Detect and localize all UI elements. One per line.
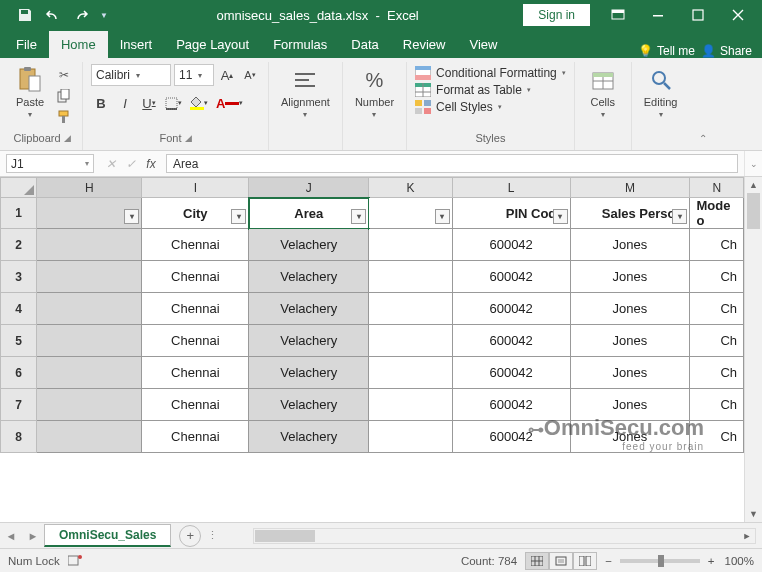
fill-color-icon[interactable]: ▾ xyxy=(188,93,210,113)
view-normal-icon[interactable] xyxy=(525,552,549,570)
cell[interactable]: ▾ xyxy=(37,198,142,229)
cell[interactable]: Mode o xyxy=(690,198,744,229)
tab-home[interactable]: Home xyxy=(49,31,108,58)
shrink-font-icon[interactable]: A▾ xyxy=(240,65,260,85)
tab-view[interactable]: View xyxy=(457,31,509,58)
cell-styles-button[interactable]: Cell Styles▾ xyxy=(415,100,502,114)
formula-expand-icon[interactable]: ⌄ xyxy=(744,151,762,176)
cell[interactable]: Chennai xyxy=(142,389,249,421)
launcher-icon[interactable]: ◢ xyxy=(185,133,192,143)
cell[interactable]: Chennai xyxy=(142,261,249,293)
prev-sheet-icon[interactable]: ◄ xyxy=(0,530,22,542)
cell[interactable]: Chennai xyxy=(142,421,249,453)
tab-formulas[interactable]: Formulas xyxy=(261,31,339,58)
cell[interactable]: Jones xyxy=(570,293,690,325)
cell[interactable]: Jones xyxy=(570,325,690,357)
row-header[interactable]: 2 xyxy=(1,229,37,261)
cell[interactable]: Jones xyxy=(570,261,690,293)
view-page-layout-icon[interactable] xyxy=(549,552,573,570)
copy-icon[interactable] xyxy=(54,87,74,105)
cell[interactable]: Ch xyxy=(690,261,744,293)
cell[interactable] xyxy=(37,293,142,325)
col-header[interactable]: H xyxy=(37,178,142,198)
row-header[interactable]: 3 xyxy=(1,261,37,293)
col-header[interactable]: J xyxy=(249,178,369,198)
cell[interactable]: Velachery xyxy=(249,229,369,261)
cell[interactable]: Velachery xyxy=(249,357,369,389)
cell[interactable]: 600042 xyxy=(452,389,570,421)
cell[interactable]: ▾ xyxy=(369,198,453,229)
underline-button[interactable]: U▾ xyxy=(139,93,159,113)
cell[interactable]: 600042 xyxy=(452,293,570,325)
collapse-ribbon-icon[interactable]: ⌃ xyxy=(693,129,713,150)
zoom-control[interactable]: − + 100% xyxy=(605,555,754,567)
tab-file[interactable]: File xyxy=(4,31,49,58)
filter-icon[interactable]: ▾ xyxy=(672,209,687,224)
cell[interactable]: Sales Person▾ xyxy=(570,198,690,229)
cell[interactable] xyxy=(37,229,142,261)
row-header[interactable]: 6 xyxy=(1,357,37,389)
filter-icon[interactable]: ▾ xyxy=(435,209,450,224)
row-header[interactable]: 4 xyxy=(1,293,37,325)
select-all-corner[interactable] xyxy=(1,178,37,198)
cell[interactable]: Jones xyxy=(570,421,690,453)
border-icon[interactable]: ▾ xyxy=(163,93,184,113)
launcher-icon[interactable]: ◢ xyxy=(64,133,71,143)
zoom-out-icon[interactable]: − xyxy=(605,555,612,567)
cell[interactable] xyxy=(37,261,142,293)
cell[interactable]: 600042 xyxy=(452,325,570,357)
cell[interactable]: PIN Code▾ xyxy=(452,198,570,229)
qat-dropdown-icon[interactable]: ▼ xyxy=(96,11,112,20)
macro-record-icon[interactable] xyxy=(68,554,82,568)
sheet-tab[interactable]: OmniSecu_Sales xyxy=(44,524,171,547)
scroll-down-icon[interactable]: ▼ xyxy=(745,506,762,522)
paste-button[interactable]: Paste▾ xyxy=(10,64,50,121)
horizontal-scrollbar[interactable]: ◄ ► xyxy=(253,528,756,544)
cell[interactable]: 600042 xyxy=(452,421,570,453)
format-painter-icon[interactable] xyxy=(54,108,74,126)
format-as-table-button[interactable]: Format as Table▾ xyxy=(415,83,531,97)
bold-button[interactable]: B xyxy=(91,93,111,113)
cell[interactable]: Jones xyxy=(570,357,690,389)
cell[interactable] xyxy=(37,389,142,421)
cell[interactable] xyxy=(369,421,453,453)
cell[interactable]: Velachery xyxy=(249,325,369,357)
editing-button[interactable]: Editing▾ xyxy=(640,64,682,121)
col-header[interactable]: L xyxy=(452,178,570,198)
fx-icon[interactable]: fx xyxy=(142,157,160,171)
next-sheet-icon[interactable]: ► xyxy=(22,530,44,542)
cell[interactable] xyxy=(369,389,453,421)
cell[interactable]: Velachery xyxy=(249,261,369,293)
cell[interactable]: Ch xyxy=(690,389,744,421)
cell[interactable] xyxy=(369,293,453,325)
cell[interactable]: Ch xyxy=(690,421,744,453)
minimize-icon[interactable] xyxy=(638,1,678,29)
redo-icon[interactable] xyxy=(68,3,94,27)
scroll-right-icon[interactable]: ► xyxy=(739,529,755,543)
col-header[interactable]: M xyxy=(570,178,690,198)
font-name-select[interactable]: Calibri▾ xyxy=(91,64,171,86)
cell[interactable] xyxy=(37,357,142,389)
cell[interactable]: 600042 xyxy=(452,261,570,293)
row-header[interactable]: 5 xyxy=(1,325,37,357)
share-button[interactable]: 👤Share xyxy=(701,44,752,58)
font-color-icon[interactable]: A▾ xyxy=(214,93,245,113)
cell[interactable] xyxy=(369,325,453,357)
row-header[interactable]: 1 xyxy=(1,198,37,229)
cell[interactable]: Chennai xyxy=(142,293,249,325)
number-button[interactable]: %Number▾ xyxy=(351,64,398,121)
maximize-icon[interactable] xyxy=(678,1,718,29)
cell[interactable] xyxy=(369,357,453,389)
name-box[interactable]: J1▾ xyxy=(6,154,94,173)
cell[interactable]: 600042 xyxy=(452,229,570,261)
cell[interactable]: Ch xyxy=(690,325,744,357)
cell[interactable]: Velachery xyxy=(249,389,369,421)
cell[interactable] xyxy=(369,229,453,261)
col-header[interactable]: K xyxy=(369,178,453,198)
cell[interactable]: City▾ xyxy=(142,198,249,229)
col-header[interactable]: N xyxy=(690,178,744,198)
view-page-break-icon[interactable] xyxy=(573,552,597,570)
active-cell[interactable]: Area▾ xyxy=(249,198,369,229)
cell[interactable] xyxy=(369,261,453,293)
tab-insert[interactable]: Insert xyxy=(108,31,165,58)
